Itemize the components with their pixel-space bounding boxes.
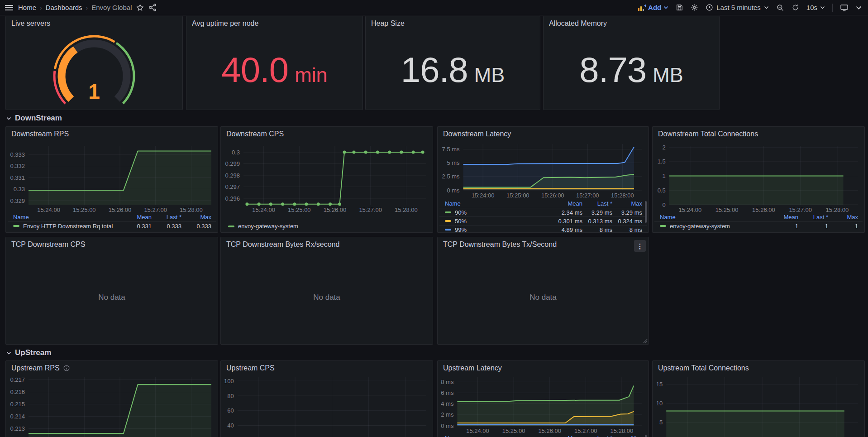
svg-text:80: 80 xyxy=(227,393,234,399)
panel-title[interactable]: TCP Downstream Bytes Rx/second xyxy=(226,240,417,249)
kebab-menu-icon[interactable]: ⋮ xyxy=(634,240,646,252)
legend-scrollbar[interactable] xyxy=(645,201,647,223)
chart-legend: NameMeanLast *Max xyxy=(439,434,647,437)
chart-canvas[interactable]: 15:24:0015:25:0015:26:0015:27:0015:28:00… xyxy=(223,375,431,437)
chart-legend: NameMeanLast *Maxenvoy-gateway-system111 xyxy=(654,213,863,233)
stat-unit: MB xyxy=(653,65,683,85)
row-header-upstream[interactable]: UpStream xyxy=(6,348,51,357)
panel-upstream-rps: Upstream RPS 15:24:0015:25:0015:26:0015:… xyxy=(5,360,218,437)
svg-text:15:24:00: 15:24:00 xyxy=(466,427,489,434)
panel-upstream-cps: Upstream CPS 15:24:0015:25:0015:26:0015:… xyxy=(220,360,433,437)
chart-canvas[interactable]: 15:24:0015:25:0015:26:0015:27:0015:28:00… xyxy=(8,143,216,215)
time-range-picker[interactable]: Last 5 minutes xyxy=(706,4,769,11)
hamburger-menu-icon[interactable] xyxy=(5,5,14,11)
svg-text:15:24:00: 15:24:00 xyxy=(252,206,275,213)
panel-title[interactable]: Downstream Latency xyxy=(443,130,633,138)
svg-text:15:24:00: 15:24:00 xyxy=(37,206,60,213)
svg-text:1.5: 1.5 xyxy=(658,158,666,165)
panel-title[interactable]: Upstream CPS xyxy=(226,364,417,372)
svg-text:0.3: 0.3 xyxy=(232,149,240,156)
panel-title[interactable]: Allocated Memory xyxy=(549,19,704,28)
svg-text:15:26:00: 15:26:00 xyxy=(538,427,561,434)
legend-value: 8 ms xyxy=(612,226,642,233)
legend-series-name[interactable]: envoy-gateway-system xyxy=(660,223,768,230)
toolbar-divider xyxy=(832,4,833,12)
svg-text:0.299: 0.299 xyxy=(225,160,240,167)
panel-title[interactable]: TCP Downstream Bytes Tx/Second xyxy=(443,240,633,249)
svg-text:15:26:00: 15:26:00 xyxy=(541,192,564,199)
svg-text:0.331: 0.331 xyxy=(10,174,25,181)
chart-canvas[interactable]: 15:24:0015:25:0015:26:0015:27:0015:28:00… xyxy=(439,375,647,436)
legend-value: 1 xyxy=(798,223,828,230)
chevron-down-icon xyxy=(6,117,11,120)
stat-value-group: 40.0 min xyxy=(221,52,327,87)
svg-text:40: 40 xyxy=(227,422,234,429)
save-icon[interactable] xyxy=(676,4,683,11)
breadcrumb-home[interactable]: Home xyxy=(18,4,36,11)
panel-tcp-downstream-cps: TCP Downstream CPS No data xyxy=(5,237,218,345)
stat-unit: min xyxy=(295,65,328,85)
chart-canvas[interactable]: 15:24:0015:25:0015:26:0015:27:0015:28:00… xyxy=(8,375,216,437)
chart-canvas[interactable]: 15:24:0015:25:0015:26:0015:27:0015:28:00… xyxy=(654,143,863,215)
svg-text:10: 10 xyxy=(656,400,663,407)
chart-legend: envoy-gateway-system xyxy=(223,222,431,233)
svg-text:15:26:00: 15:26:00 xyxy=(109,206,132,213)
legend-series-name[interactable]: 99% xyxy=(445,226,553,233)
info-icon[interactable] xyxy=(63,365,70,371)
panel-title[interactable]: Downstream Total Connections xyxy=(658,130,849,138)
clock-icon xyxy=(706,4,713,11)
svg-text:1: 1 xyxy=(663,173,666,179)
legend-series-name[interactable]: Envoy HTTP Downstream Rq total xyxy=(13,223,122,230)
svg-text:15:26:00: 15:26:00 xyxy=(324,206,347,213)
refresh-icon[interactable] xyxy=(792,4,799,11)
breadcrumb-dashboards[interactable]: Dashboards xyxy=(46,4,82,11)
stat-value: 40.0 xyxy=(221,52,288,87)
svg-text:0.216: 0.216 xyxy=(10,389,25,395)
zoom-out-icon[interactable] xyxy=(776,4,784,12)
row-header-downstream[interactable]: DownStream xyxy=(6,114,62,123)
legend-series-name[interactable]: 90% xyxy=(445,209,553,216)
chevron-down-icon xyxy=(764,6,769,9)
chart-canvas[interactable]: 15:24:0015:25:0015:26:0015:27:0015:28:00… xyxy=(439,141,647,200)
svg-text:7.5 ms: 7.5 ms xyxy=(442,146,460,153)
add-button[interactable]: Add xyxy=(638,4,668,11)
legend-row: Envoy HTTP Downstream Rq total0.3310.333… xyxy=(8,221,216,230)
series-color-dash xyxy=(660,225,666,227)
gauge[interactable]: 1 xyxy=(6,31,182,107)
add-button-label: Add xyxy=(648,4,661,11)
svg-text:0: 0 xyxy=(663,202,666,208)
stat-value: 8.73 xyxy=(579,52,646,87)
grafana-dashboard: { "navbar": { "breadcrumb": {"items": ["… xyxy=(0,0,868,437)
panel-title[interactable]: Live servers xyxy=(11,19,167,28)
legend-value: 3.29 ms xyxy=(612,209,642,216)
chevron-down-icon[interactable] xyxy=(856,6,862,10)
svg-text:8 ms: 8 ms xyxy=(441,379,454,385)
refresh-interval-picker[interactable]: 10s xyxy=(806,4,825,11)
panel-title[interactable]: Downstream RPS xyxy=(11,130,202,138)
panel-title[interactable]: Downstream CPS xyxy=(226,130,417,138)
tv-monitor-icon[interactable] xyxy=(840,4,849,12)
panel-title[interactable]: Avg uptime per node xyxy=(192,19,347,28)
panel-downstream-cps: Downstream CPS 15:24:0015:25:0015:26:001… xyxy=(220,126,433,233)
panel-title[interactable]: Upstream RPS xyxy=(11,364,202,372)
chart-canvas[interactable]: 15:24:0015:25:0015:26:0015:27:0015:28:00… xyxy=(654,375,863,437)
legend-value: 4.89 ms xyxy=(553,226,582,233)
row-label: UpStream xyxy=(15,348,51,357)
share-icon[interactable] xyxy=(148,4,157,11)
star-icon[interactable] xyxy=(136,4,144,11)
legend-series-name[interactable]: 50% xyxy=(445,218,553,225)
chart-canvas[interactable]: 15:24:0015:25:0015:26:0015:27:0015:28:00… xyxy=(223,143,431,215)
series-color-dash xyxy=(445,220,451,222)
legend-value: 3.29 ms xyxy=(582,209,612,216)
svg-text:0.213: 0.213 xyxy=(10,425,25,432)
breadcrumb-separator: › xyxy=(40,4,42,11)
gear-icon[interactable] xyxy=(691,4,698,11)
resize-handle-icon[interactable] xyxy=(642,338,648,343)
panel-heap-size: Heap Size 16.8 MB xyxy=(365,16,540,110)
panel-title[interactable]: Heap Size xyxy=(371,19,525,28)
panel-title[interactable]: TCP Downstream CPS xyxy=(11,240,202,249)
legend-scrollbar[interactable] xyxy=(645,435,647,437)
panel-title[interactable]: Upstream Latency xyxy=(443,364,633,372)
panel-title[interactable]: Upstream Total Connections xyxy=(658,364,849,372)
legend-series-name[interactable]: envoy-gateway-system xyxy=(228,223,426,230)
